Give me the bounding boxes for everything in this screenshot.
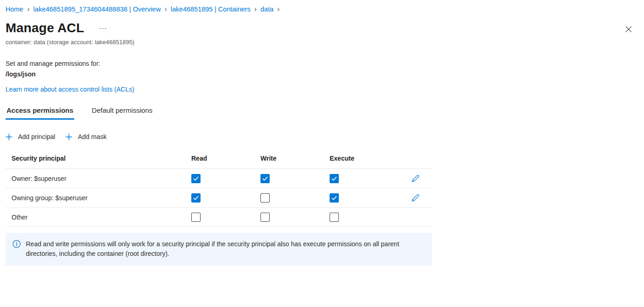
add-mask-label: Add mask [78, 133, 106, 140]
breadcrumb-separator-icon: › [165, 5, 167, 13]
write-cell [260, 213, 330, 222]
security-principal-label: Other [6, 214, 191, 221]
execute-checkbox[interactable] [330, 193, 339, 203]
edit-cell [399, 173, 432, 184]
read-checkbox[interactable] [191, 174, 201, 183]
breadcrumb: Home›lake46851895_1734604488838 | Overvi… [6, 5, 638, 14]
tab-access-permissions[interactable]: Access permissions [6, 106, 74, 120]
pencil-icon [411, 178, 420, 185]
read-cell [191, 193, 260, 203]
info-banner-text: Read and write permissions will only wor… [26, 239, 423, 259]
close-icon [625, 27, 632, 34]
execute-cell [330, 193, 399, 203]
column-header-security-principal: Security principal [6, 155, 191, 162]
execute-cell [330, 213, 399, 222]
execute-checkbox[interactable] [330, 174, 339, 183]
acl-table-body: Owner: $superuserOwning group: $superuse… [6, 169, 432, 227]
add-mask-button[interactable]: Add mask [65, 133, 106, 140]
read-cell [191, 174, 260, 183]
column-header-read: Read [191, 155, 260, 162]
page-title: Manage ACL [6, 20, 84, 36]
breadcrumb-link[interactable]: lake46851895 | Containers [171, 5, 250, 14]
tab-default-permissions[interactable]: Default permissions [91, 106, 154, 120]
toolbar: Add principal Add mask [6, 133, 638, 140]
write-checkbox[interactable] [260, 213, 270, 222]
blade-subtitle: container: data (storage account: lake46… [6, 39, 638, 46]
write-cell [260, 174, 330, 183]
blade-header: Manage ACL ··· [6, 20, 638, 36]
breadcrumb-link[interactable]: Home [6, 5, 24, 14]
edit-permissions-button[interactable] [410, 192, 421, 203]
breadcrumb-link[interactable]: data [260, 5, 273, 14]
learn-more-link[interactable]: Learn more about access control lists (A… [6, 86, 134, 93]
write-checkbox[interactable] [260, 193, 270, 203]
breadcrumb-link[interactable]: lake46851895_1734604488838 | Overview [33, 5, 160, 14]
more-options-icon[interactable]: ··· [99, 26, 107, 30]
read-checkbox[interactable] [191, 193, 201, 203]
add-principal-label: Add principal [18, 133, 55, 140]
tab-list: Access permissionsDefault permissions [6, 106, 638, 120]
edit-cell [399, 192, 432, 203]
edit-permissions-button[interactable] [410, 173, 421, 184]
plus-icon [6, 133, 12, 140]
execute-checkbox[interactable] [330, 213, 339, 222]
acl-table: Security principal Read Write Execute Ow… [6, 148, 432, 227]
acl-table-row: Owner: $superuser [6, 169, 432, 188]
acl-table-row: Other [6, 208, 432, 227]
acl-table-row: Owning group: $superuser [6, 188, 432, 208]
breadcrumb-separator-icon: › [277, 5, 280, 13]
breadcrumb-separator-icon: › [27, 5, 30, 13]
pencil-icon [411, 197, 420, 204]
add-principal-button[interactable]: Add principal [6, 133, 55, 140]
column-header-write: Write [260, 155, 330, 162]
acl-table-header: Security principal Read Write Execute [6, 148, 432, 169]
column-header-execute: Execute [330, 155, 399, 162]
manage-acl-blade: Home›lake46851895_1734604488838 | Overvi… [0, 0, 644, 307]
info-icon [12, 240, 21, 259]
permissions-for-label: Set and manage permissions for: [6, 60, 638, 67]
security-principal-label: Owner: $superuser [6, 175, 191, 182]
breadcrumb-separator-icon: › [254, 5, 257, 13]
permissions-path: /logs/json [6, 70, 638, 78]
execute-cell [330, 174, 399, 183]
plus-icon [65, 133, 72, 140]
info-banner: Read and write permissions will only wor… [6, 233, 432, 266]
write-checkbox[interactable] [260, 174, 270, 183]
read-checkbox[interactable] [191, 213, 201, 222]
write-cell [260, 193, 330, 203]
read-cell [191, 213, 260, 222]
security-principal-label: Owning group: $superuser [6, 194, 191, 202]
close-button[interactable] [623, 24, 634, 35]
